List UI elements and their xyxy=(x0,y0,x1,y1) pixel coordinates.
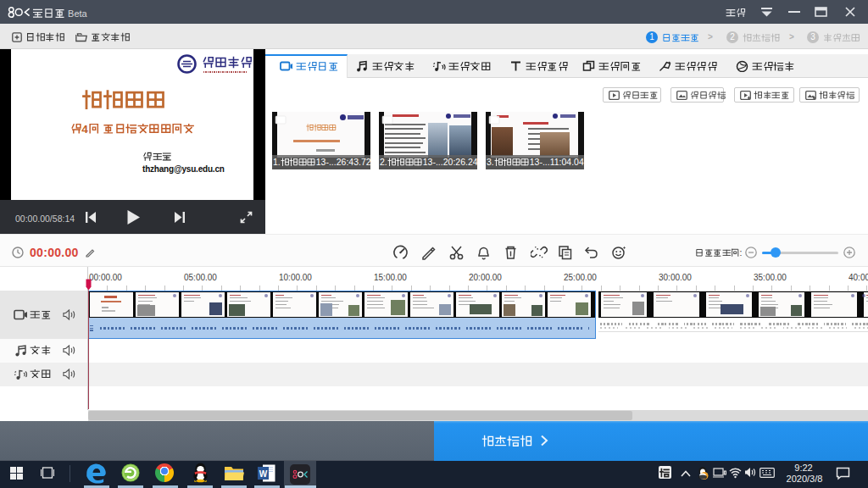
svg-text:W: W xyxy=(259,469,268,479)
